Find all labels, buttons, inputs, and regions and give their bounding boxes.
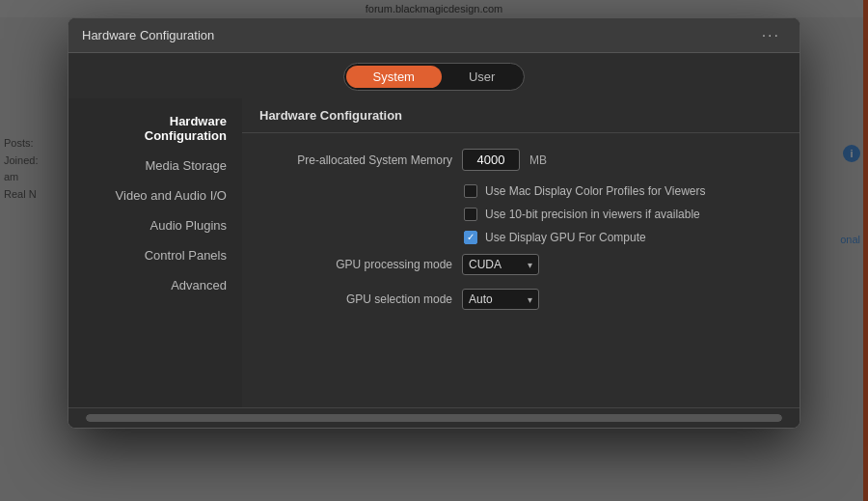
modal-window: Hardware Configuration ··· System User H…	[68, 17, 800, 429]
checkbox-10bit-row: Use 10-bit precision in viewers if avail…	[464, 208, 782, 221]
checkbox-mac-display[interactable]	[464, 184, 477, 198]
memory-unit: MB	[529, 153, 547, 167]
checkbox-display-gpu-row: ✓ Use Display GPU For Compute	[464, 231, 782, 244]
checkbox-mac-display-label: Use Mac Display Color Profiles for Viewe…	[485, 184, 706, 198]
memory-input[interactable]	[462, 149, 520, 171]
gpu-processing-dropdown[interactable]: CUDA ▾	[462, 254, 539, 275]
checkbox-10bit-label: Use 10-bit precision in viewers if avail…	[485, 208, 700, 221]
gpu-processing-label: GPU processing mode	[259, 258, 452, 271]
sidebar-item-advanced[interactable]: Advanced	[68, 270, 242, 300]
memory-label: Pre-allocated System Memory	[259, 153, 452, 167]
sidebar-item-video-audio-io[interactable]: Video and Audio I/O	[68, 181, 242, 210]
content-header: Hardware Configuration	[242, 98, 800, 133]
gpu-processing-row: GPU processing mode CUDA ▾	[259, 254, 782, 275]
chevron-down-icon: ▾	[528, 260, 532, 270]
tab-group: System User	[343, 63, 526, 91]
chevron-down-icon-2: ▾	[528, 294, 532, 305]
modal-titlebar: Hardware Configuration ···	[68, 18, 800, 53]
checkbox-10bit[interactable]	[464, 208, 477, 221]
sidebar-item-audio-plugins[interactable]: Audio Plugins	[68, 210, 242, 240]
checkbox-display-gpu[interactable]: ✓	[464, 231, 477, 244]
sidebar: Hardware Configuration Media Storage Vid…	[68, 98, 242, 407]
checkbox-mac-display-row: Use Mac Display Color Profiles for Viewe…	[464, 184, 782, 198]
tab-bar: System User	[68, 53, 800, 98]
checkmark-icon: ✓	[467, 233, 475, 242]
modal-overlay: Hardware Configuration ··· System User H…	[0, 0, 868, 501]
gpu-selection-row: GPU selection mode Auto ▾	[259, 289, 782, 310]
content-area: Hardware Configuration Pre-allocated Sys…	[242, 98, 800, 407]
tab-user[interactable]: User	[442, 66, 522, 88]
content-header-title: Hardware Configuration	[259, 108, 402, 123]
scrollbar-thumb[interactable]	[86, 414, 782, 422]
modal-body: Hardware Configuration Media Storage Vid…	[68, 98, 800, 407]
scrollbar-area	[68, 407, 800, 428]
sidebar-item-control-panels[interactable]: Control Panels	[68, 240, 242, 270]
memory-row: Pre-allocated System Memory MB	[259, 149, 782, 171]
checkbox-display-gpu-label: Use Display GPU For Compute	[485, 231, 646, 244]
gpu-selection-label: GPU selection mode	[259, 292, 452, 306]
modal-dots-button[interactable]: ···	[756, 25, 786, 46]
gpu-selection-dropdown[interactable]: Auto ▾	[462, 289, 539, 310]
sidebar-item-media-storage[interactable]: Media Storage	[68, 151, 242, 181]
tab-system[interactable]: System	[346, 66, 442, 88]
gpu-selection-value: Auto	[469, 292, 522, 306]
content-inner: Pre-allocated System Memory MB Use Mac D…	[242, 133, 800, 339]
scrollbar-track[interactable]	[86, 414, 782, 422]
gpu-processing-value: CUDA	[469, 258, 522, 271]
sidebar-item-hardware-configuration[interactable]: Hardware Configuration	[68, 106, 242, 151]
modal-title: Hardware Configuration	[82, 28, 214, 42]
